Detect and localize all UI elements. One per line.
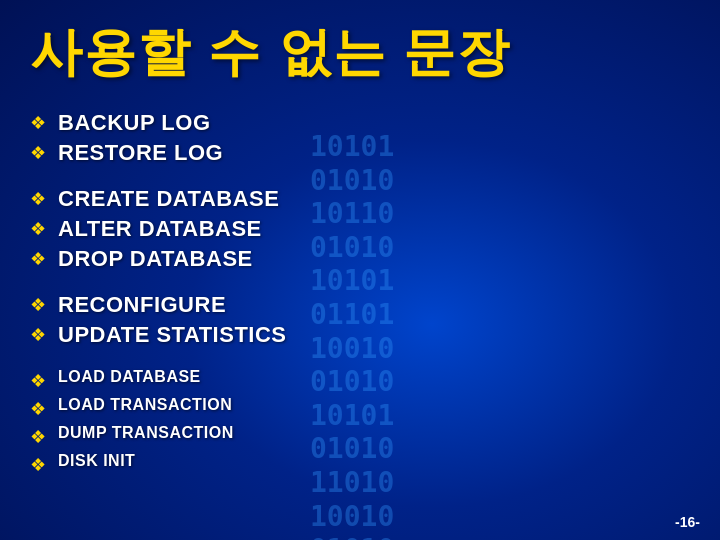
bullet-icon: ❖	[30, 112, 48, 134]
item-text: BACKUP LOG	[58, 110, 211, 136]
section-3: ❖ RECONFIGURE ❖ UPDATE STATISTICS	[30, 292, 680, 352]
bullet-icon: ❖	[30, 324, 48, 346]
bullet-icon: ❖	[30, 142, 48, 164]
list-item: ❖ RECONFIGURE	[30, 292, 680, 318]
list-item: ❖ CREATE DATABASE	[30, 186, 680, 212]
list-item: ❖ DROP DATABASE	[30, 246, 680, 272]
section-2: ❖ CREATE DATABASE ❖ ALTER DATABASE ❖ DRO…	[30, 186, 680, 276]
item-text: UPDATE STATISTICS	[58, 322, 287, 348]
item-text: ALTER DATABASE	[58, 216, 262, 242]
list-item: ❖ BACKUP LOG	[30, 110, 680, 136]
bullet-icon: ❖	[30, 188, 48, 210]
list-item: ❖ UPDATE STATISTICS	[30, 322, 680, 348]
list-item: ❖ LOAD TRANSACTION	[30, 396, 680, 420]
list-item: ❖ ALTER DATABASE	[30, 216, 680, 242]
list-item: ❖ DUMP TRANSACTION	[30, 424, 680, 448]
item-text: LOAD DATABASE	[58, 368, 201, 386]
item-text: RESTORE LOG	[58, 140, 223, 166]
list-item: ❖ DISK INIT	[30, 452, 680, 476]
page-number: -16-	[675, 514, 700, 530]
bullet-icon: ❖	[30, 370, 48, 392]
item-text: DUMP TRANSACTION	[58, 424, 234, 442]
bullet-icon: ❖	[30, 294, 48, 316]
section-1: ❖ BACKUP LOG ❖ RESTORE LOG	[30, 110, 680, 170]
bullet-icon: ❖	[30, 398, 48, 420]
list-item: ❖ RESTORE LOG	[30, 140, 680, 166]
bullet-icon: ❖	[30, 426, 48, 448]
item-text: RECONFIGURE	[58, 292, 226, 318]
main-content: 사용할 수 없는 문장 ❖ BACKUP LOG ❖ RESTORE LOG ❖…	[0, 0, 720, 540]
list-item: ❖ LOAD DATABASE	[30, 368, 680, 392]
item-text: LOAD TRANSACTION	[58, 396, 232, 414]
item-text: CREATE DATABASE	[58, 186, 279, 212]
section-4: ❖ LOAD DATABASE ❖ LOAD TRANSACTION ❖ DUM…	[30, 368, 680, 480]
item-text: DISK INIT	[58, 452, 135, 470]
page-title: 사용할 수 없는 문장	[30, 18, 680, 88]
bullet-icon: ❖	[30, 248, 48, 270]
bullet-icon: ❖	[30, 454, 48, 476]
bullet-icon: ❖	[30, 218, 48, 240]
item-text: DROP DATABASE	[58, 246, 253, 272]
